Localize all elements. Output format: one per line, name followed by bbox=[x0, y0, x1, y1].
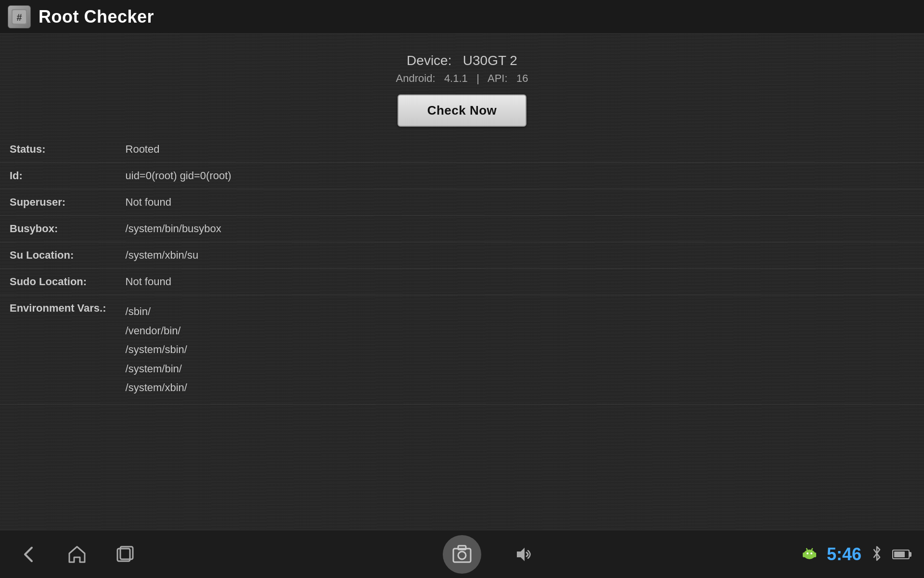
env-vars-value: /sbin//vendor/bin//system/sbin//system/b… bbox=[116, 295, 924, 405]
table-row: Su Location: /system/xbin/su bbox=[0, 242, 924, 269]
busybox-value: /system/bin/busybox bbox=[116, 216, 924, 242]
svg-point-13 bbox=[807, 552, 808, 554]
env-vars-label: Environment Vars.: bbox=[0, 295, 116, 405]
app-icon: # bbox=[8, 5, 31, 28]
android-status-icon bbox=[802, 546, 817, 563]
device-label: Device: bbox=[407, 53, 451, 68]
id-label: Id: bbox=[0, 163, 116, 189]
svg-rect-6 bbox=[453, 549, 471, 562]
check-now-button[interactable]: Check Now bbox=[398, 94, 527, 127]
recent-apps-button[interactable] bbox=[111, 540, 140, 569]
id-value: uid=0(root) gid=0(root) bbox=[116, 163, 924, 189]
su-location-label: Su Location: bbox=[0, 242, 116, 269]
svg-point-14 bbox=[810, 552, 812, 554]
svg-point-8 bbox=[458, 552, 466, 559]
info-table: Status: Rooted Id: uid=0(root) gid=0(roo… bbox=[0, 136, 924, 405]
app-title: Root Checker bbox=[38, 7, 154, 27]
main-content: Device: U30GT 2 Android: 4.1.1 | API: 16… bbox=[0, 34, 924, 414]
svg-marker-10 bbox=[517, 548, 525, 561]
table-row: Busybox: /system/bin/busybox bbox=[0, 216, 924, 242]
nav-left bbox=[14, 540, 140, 569]
svg-rect-7 bbox=[458, 546, 466, 550]
table-row: Environment Vars.: /sbin//vendor/bin//sy… bbox=[0, 295, 924, 405]
svg-text:#: # bbox=[16, 12, 22, 23]
sudo-location-value: Not found bbox=[116, 269, 924, 295]
svg-marker-3 bbox=[69, 547, 85, 562]
status-label: Status: bbox=[0, 136, 116, 163]
busybox-label: Busybox: bbox=[0, 216, 116, 242]
table-row: Superuser: Not found bbox=[0, 189, 924, 216]
title-bar: # Root Checker bbox=[0, 0, 924, 34]
table-row: Id: uid=0(root) gid=0(root) bbox=[0, 163, 924, 189]
su-location-value: /system/xbin/su bbox=[116, 242, 924, 269]
api-level: 16 bbox=[516, 72, 528, 84]
home-button[interactable] bbox=[63, 540, 91, 569]
device-section: Device: U30GT 2 Android: 4.1.1 | API: 16… bbox=[0, 43, 924, 131]
svg-rect-17 bbox=[803, 552, 805, 557]
api-label: API: bbox=[488, 72, 508, 84]
table-row: Status: Rooted bbox=[0, 136, 924, 163]
android-label: Android: bbox=[396, 72, 436, 84]
status-bar-right: 5:46 bbox=[802, 544, 910, 565]
sudo-location-label: Sudo Location: bbox=[0, 269, 116, 295]
screenshot-button[interactable] bbox=[443, 535, 481, 574]
navigation-bar: 5:46 bbox=[0, 530, 924, 578]
device-name: U30GT 2 bbox=[463, 53, 517, 68]
time-display: 5:46 bbox=[827, 544, 861, 565]
status-value: Rooted bbox=[116, 136, 924, 163]
table-row: Sudo Location: Not found bbox=[0, 269, 924, 295]
battery-icon bbox=[892, 550, 910, 559]
svg-rect-18 bbox=[814, 552, 816, 557]
volume-up-button[interactable] bbox=[509, 540, 538, 569]
android-version: 4.1.1 bbox=[444, 72, 468, 84]
svg-rect-12 bbox=[804, 552, 815, 557]
device-meta: Android: 4.1.1 | API: 16 bbox=[0, 72, 924, 85]
superuser-label: Superuser: bbox=[0, 189, 116, 216]
bluetooth-icon bbox=[871, 545, 883, 564]
superuser-value: Not found bbox=[116, 189, 924, 216]
back-button[interactable] bbox=[14, 540, 43, 569]
device-info: Device: U30GT 2 bbox=[0, 53, 924, 68]
